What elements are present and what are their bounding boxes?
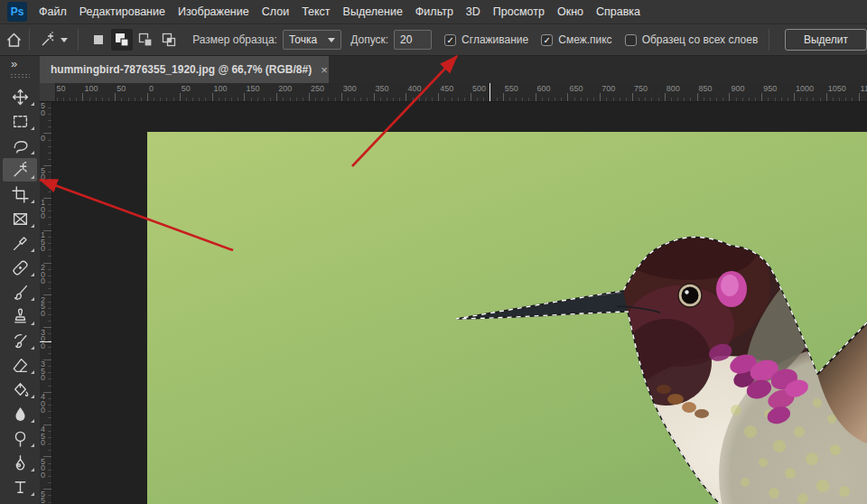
add-to-selection-button[interactable] [111,29,133,51]
frame-tool[interactable] [3,207,37,230]
separator [769,29,769,51]
intersect-selection-button[interactable] [158,29,180,51]
ruler-label: 1000 [794,84,814,93]
menu-item[interactable]: 3D [460,0,487,24]
dodge-tool[interactable] [3,426,37,450]
subtract-from-selection-button[interactable] [135,29,156,51]
ruler-label: 50 [41,102,47,117]
ruler-label: 800 [665,84,680,93]
document-tab-bar: hummingbird-7876355_1920.jpg @ 66,7% (RG… [40,56,867,83]
ruler-label: 50 [115,84,126,93]
ruler-label: 450 [41,425,47,447]
menu-item[interactable]: Просмотр [487,0,551,24]
ruler-label: 900 [729,84,744,93]
selection-mode-group [88,29,180,51]
ruler-label: 200 [41,263,47,285]
separator [29,29,30,51]
ruler-label: 950 [761,84,777,93]
healing-brush-tool[interactable] [3,256,37,279]
checkbox-checked-icon[interactable]: ✓ [444,34,456,46]
ruler-label: 550 [503,84,518,93]
chevron-down-icon [328,38,335,42]
tolerance-input[interactable] [394,30,432,50]
option-checkboxes: ✓Сглаживание✓Смеж.пиксОбразец со всех сл… [432,33,758,46]
ruler-label: 850 [697,84,713,93]
ruler-label: 100 [212,84,228,93]
expand-panel-icon[interactable]: » [0,56,40,70]
ruler-label: 400 [41,392,47,415]
eyedropper-tool[interactable] [3,231,37,255]
checkbox-checked-icon[interactable]: ✓ [541,34,553,46]
close-tab-icon[interactable]: × [321,63,328,77]
menu-item[interactable]: Редактирование [73,0,172,24]
clone-stamp-tool[interactable] [3,304,37,328]
ruler-label: 250 [41,295,47,318]
chevron-down-icon [61,38,68,42]
menu-items: ФайлРедактированиеИзображениеСлоиТекстВы… [33,0,647,24]
history-brush-tool[interactable] [3,329,37,352]
options-bar: Размер образца: Точка Допуск: ✓Сглаживан… [0,24,867,56]
hummingbird-image [147,132,867,504]
blur-tool[interactable] [3,402,37,425]
checkbox-unchecked-icon[interactable] [625,34,637,46]
menu-item[interactable]: Изображение [172,0,256,24]
ruler-label: 150 [244,84,259,93]
document-title: hummingbird-7876355_1920.jpg @ 66,7% (RG… [51,63,312,76]
vertical-ruler[interactable]: 50050100150200250300350400450500550 [40,102,52,504]
checkbox-label: Образец со всех слоев [642,33,759,46]
menu-item[interactable]: Текст [295,0,336,24]
ruler-label: 200 [276,84,292,93]
move-tool[interactable] [3,85,37,108]
option-checkbox[interactable]: Образец со всех слоев [625,33,759,46]
document-tab[interactable]: hummingbird-7876355_1920.jpg @ 66,7% (RG… [40,56,329,83]
panel-grip[interactable] [10,73,30,79]
ruler-label: 50 [180,84,191,93]
ruler-label: 650 [567,84,583,93]
ruler-label: 150 [56,84,66,93]
ruler-label: 0 [41,134,47,143]
ruler-label: 300 [41,328,47,350]
photoshop-logo[interactable]: Ps [7,2,27,22]
option-checkbox[interactable]: ✓Смеж.пикс [541,33,611,46]
paint-bucket-tool[interactable] [3,378,37,401]
ruler-label: 700 [600,84,615,93]
menu-item[interactable]: Файл [33,0,73,24]
ruler-cursor-marker [489,83,490,101]
tool-preset-picker[interactable] [36,32,71,48]
eraser-tool[interactable] [3,353,37,377]
checkbox-label: Сглаживание [461,33,528,46]
sample-size-value: Точка [289,33,317,46]
ruler-label: 400 [406,84,421,93]
select-subject-button[interactable]: Выделит [785,29,867,51]
type-tool[interactable] [3,475,37,499]
ruler-label: 150 [41,230,47,253]
ruler-origin-box[interactable] [40,83,56,102]
ruler-label: 50 [41,166,47,182]
option-checkbox[interactable]: ✓Сглаживание [444,33,528,46]
menu-item[interactable]: Слои [256,0,295,24]
menu-item[interactable]: Фильтр [409,0,460,24]
ruler-label: 350 [41,359,47,382]
magic-wand-tool[interactable] [3,158,37,182]
menu-item[interactable]: Выделение [337,0,409,24]
horizontal-ruler[interactable]: 1501005005010015020025030035040045050055… [56,83,867,102]
ruler-label: 550 [41,490,47,504]
pen-tool[interactable] [3,451,37,474]
home-icon[interactable] [5,32,23,49]
menu-item[interactable]: Справка [590,0,647,24]
ruler-label: 250 [309,84,324,93]
tools-panel: » [0,56,40,504]
rectangular-marquee-tool[interactable] [3,109,37,133]
lasso-tool[interactable] [3,134,37,157]
tolerance-label: Допуск: [350,33,388,46]
ruler-label: 350 [374,84,389,93]
separator [78,29,79,51]
document-canvas[interactable] [147,132,867,504]
crop-tool[interactable] [3,182,37,206]
ruler-label: 500 [471,84,486,93]
brush-tool[interactable] [3,280,37,303]
sample-size-select[interactable]: Точка [283,30,341,50]
menu-item[interactable]: Окно [551,0,590,24]
new-selection-button[interactable] [88,29,109,51]
sample-size-label: Размер образца: [192,33,277,46]
